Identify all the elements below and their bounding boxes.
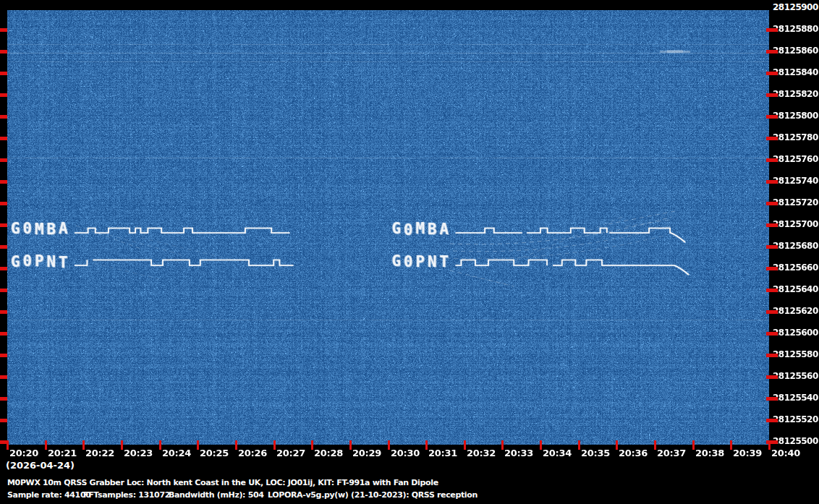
freq-tick-mark-left xyxy=(0,267,7,270)
time-tick-mark xyxy=(654,440,656,450)
freq-tick-mark-right xyxy=(766,245,778,249)
time-tick-label: 20:30 xyxy=(391,448,420,458)
freq-tick-mark-left xyxy=(0,28,7,32)
time-tick-mark xyxy=(425,440,428,450)
freq-tick-label: 28125620 xyxy=(773,306,815,316)
time-tick-label: 20:34 xyxy=(543,448,572,458)
freq-tick-mark-right xyxy=(766,202,778,205)
freq-tick-mark-right xyxy=(766,310,778,314)
freq-tick-mark-right xyxy=(766,354,778,357)
freq-tick-mark-left xyxy=(0,115,7,119)
freq-tick-label: 28125580 xyxy=(773,349,815,359)
freq-tick-mark-right xyxy=(766,375,778,379)
time-tick-mark xyxy=(464,440,466,450)
time-tick-mark xyxy=(540,440,542,450)
freq-tick-label: 28125540 xyxy=(773,393,815,403)
freq-tick-label: 28125520 xyxy=(773,414,815,424)
time-tick-label: 20:26 xyxy=(238,448,267,458)
time-tick-label: 20:37 xyxy=(657,448,686,458)
time-tick-mark xyxy=(121,440,123,450)
time-tick-mark xyxy=(501,440,504,450)
freq-tick-mark-left xyxy=(0,310,7,314)
freq-tick-label: 28125500 xyxy=(773,436,815,446)
freq-tick-mark-right xyxy=(766,419,778,422)
freq-tick-mark-left xyxy=(0,223,7,227)
freq-tick-label: 28125880 xyxy=(773,24,815,34)
freq-tick-label: 28125660 xyxy=(773,262,815,273)
freq-tick-mark-left xyxy=(0,158,7,162)
freq-tick-mark-right xyxy=(766,289,778,292)
time-tick-mark xyxy=(45,440,47,450)
time-tick-mark xyxy=(349,440,352,450)
time-tick-label: 20:36 xyxy=(619,448,648,458)
time-tick-label: 20:31 xyxy=(428,448,457,458)
freq-tick-mark-right xyxy=(766,158,778,162)
freq-tick-mark-right xyxy=(766,137,778,140)
freq-tick-mark-right xyxy=(766,267,778,270)
qrss-grabber-page: 2812590028125880281258602812584028125820… xyxy=(0,0,819,504)
time-tick-label: 20:25 xyxy=(200,448,229,458)
bandwidth-text: Bandwidth (mHz): 504 xyxy=(169,490,264,500)
time-tick-mark xyxy=(578,440,580,450)
software-version-text: LOPORA-v5g.py(w) (21-10-2023): QRSS rece… xyxy=(268,490,478,500)
freq-tick-mark-left xyxy=(0,72,7,75)
freq-tick-mark-right xyxy=(766,93,778,97)
freq-tick-mark-left xyxy=(0,50,7,54)
freq-tick-mark-left xyxy=(0,375,7,379)
time-tick-mark xyxy=(159,440,161,450)
time-tick-label: 20:33 xyxy=(504,448,533,458)
spectrogram-canvas xyxy=(7,10,769,445)
freq-tick-mark-left xyxy=(0,245,7,249)
station-info-line: M0PWX 10m QRSS Grabber Loc: North kent C… xyxy=(7,478,438,487)
time-tick-label: 20:32 xyxy=(467,448,496,458)
time-tick-mark xyxy=(730,440,732,450)
time-tick-label: 20:24 xyxy=(162,448,191,458)
time-tick-label: 20:38 xyxy=(695,448,724,458)
freq-tick-label: 28125720 xyxy=(773,197,815,208)
time-tick-mark xyxy=(388,440,390,450)
freq-tick-label: 28125640 xyxy=(773,284,815,294)
freq-tick-mark-right xyxy=(766,332,778,336)
freq-tick-label: 28125840 xyxy=(773,67,815,77)
time-tick-label: 20:21 xyxy=(48,448,77,458)
freq-tick-label: 28125700 xyxy=(773,219,815,229)
freq-tick-label: 28125600 xyxy=(773,328,815,338)
freq-tick-label: 28125900 xyxy=(773,2,815,12)
time-tick-label: 20:28 xyxy=(314,448,343,458)
time-tick-mark xyxy=(768,440,771,450)
freq-tick-mark-right xyxy=(766,397,778,401)
freq-tick-mark-left xyxy=(0,419,7,422)
freq-tick-mark-right xyxy=(766,50,778,54)
freq-tick-mark-left xyxy=(0,93,7,97)
freq-tick-mark-right xyxy=(766,115,778,119)
time-tick-mark xyxy=(7,440,9,450)
freq-tick-mark-right xyxy=(766,223,778,227)
freq-tick-label: 28125760 xyxy=(773,154,815,164)
freq-tick-mark-left xyxy=(0,397,7,401)
time-tick-label: 20:27 xyxy=(276,448,305,458)
time-tick-mark xyxy=(82,440,85,450)
time-tick-mark xyxy=(311,440,313,450)
freq-tick-mark-left xyxy=(0,202,7,205)
time-tick-label: 20:29 xyxy=(352,448,381,458)
freq-tick-mark-left xyxy=(0,180,7,184)
time-tick-mark xyxy=(235,440,237,450)
freq-tick-label: 28125800 xyxy=(773,111,815,121)
time-tick-label: 20:39 xyxy=(733,448,762,458)
sample-rate-text: Sample rate: 44100 xyxy=(7,490,91,500)
freq-tick-mark-right xyxy=(766,28,778,32)
freq-tick-label: 28125680 xyxy=(773,241,815,251)
freq-tick-mark-left xyxy=(0,137,7,140)
freq-tick-mark-left xyxy=(0,354,7,357)
freq-tick-label: 28125860 xyxy=(773,46,815,56)
freq-tick-mark-right xyxy=(766,180,778,184)
time-tick-label: 20:35 xyxy=(581,448,610,458)
time-tick-mark xyxy=(616,440,618,450)
time-tick-label: 20:23 xyxy=(124,448,153,458)
time-tick-mark xyxy=(273,440,276,450)
time-tick-label: 20:40 xyxy=(771,448,800,458)
freq-tick-label: 28125780 xyxy=(773,132,815,142)
time-tick-label: 20:20 xyxy=(9,448,38,458)
time-tick-mark xyxy=(197,440,199,450)
freq-tick-mark-left xyxy=(0,289,7,292)
